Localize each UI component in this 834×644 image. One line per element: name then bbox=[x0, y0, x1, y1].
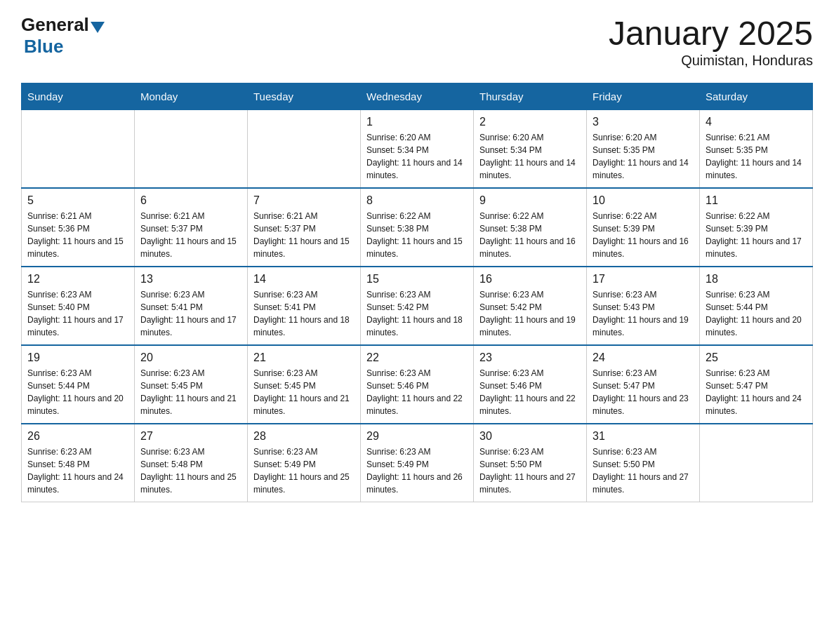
calendar-cell: 4Sunrise: 6:21 AM Sunset: 5:35 PM Daylig… bbox=[700, 110, 813, 189]
calendar-cell: 6Sunrise: 6:21 AM Sunset: 5:37 PM Daylig… bbox=[135, 188, 248, 267]
calendar-cell bbox=[248, 110, 361, 189]
day-number: 17 bbox=[593, 273, 694, 286]
day-number: 31 bbox=[593, 430, 694, 443]
day-info: Sunrise: 6:22 AM Sunset: 5:39 PM Dayligh… bbox=[706, 210, 807, 260]
day-header-saturday: Saturday bbox=[700, 83, 813, 110]
calendar-cell: 15Sunrise: 6:23 AM Sunset: 5:42 PM Dayli… bbox=[361, 267, 474, 345]
day-number: 25 bbox=[706, 351, 807, 364]
logo: General Blue bbox=[21, 14, 105, 58]
day-number: 23 bbox=[479, 351, 581, 364]
calendar-header: SundayMondayTuesdayWednesdayThursdayFrid… bbox=[22, 83, 813, 110]
day-info: Sunrise: 6:21 AM Sunset: 5:36 PM Dayligh… bbox=[27, 210, 128, 260]
day-info: Sunrise: 6:23 AM Sunset: 5:46 PM Dayligh… bbox=[366, 367, 468, 417]
calendar-cell: 31Sunrise: 6:23 AM Sunset: 5:50 PM Dayli… bbox=[587, 424, 700, 502]
day-number: 26 bbox=[27, 430, 128, 443]
day-number: 16 bbox=[479, 273, 581, 286]
day-number: 13 bbox=[140, 273, 241, 286]
day-info: Sunrise: 6:20 AM Sunset: 5:34 PM Dayligh… bbox=[479, 131, 581, 182]
calendar-cell bbox=[700, 424, 813, 502]
day-number: 12 bbox=[27, 273, 128, 286]
calendar-title: January 2025 bbox=[609, 14, 813, 53]
calendar-cell: 2Sunrise: 6:20 AM Sunset: 5:34 PM Daylig… bbox=[474, 110, 587, 189]
day-number: 8 bbox=[366, 194, 468, 207]
day-number: 19 bbox=[27, 351, 128, 364]
calendar-cell: 17Sunrise: 6:23 AM Sunset: 5:43 PM Dayli… bbox=[587, 267, 700, 345]
day-info: Sunrise: 6:23 AM Sunset: 5:50 PM Dayligh… bbox=[479, 445, 581, 496]
logo-triangle-icon bbox=[91, 22, 105, 33]
day-info: Sunrise: 6:23 AM Sunset: 5:49 PM Dayligh… bbox=[253, 445, 355, 496]
day-info: Sunrise: 6:23 AM Sunset: 5:40 PM Dayligh… bbox=[27, 288, 128, 339]
calendar-cell: 27Sunrise: 6:23 AM Sunset: 5:48 PM Dayli… bbox=[135, 424, 248, 502]
day-info: Sunrise: 6:23 AM Sunset: 5:41 PM Dayligh… bbox=[140, 288, 241, 339]
day-info: Sunrise: 6:23 AM Sunset: 5:44 PM Dayligh… bbox=[27, 367, 128, 417]
calendar-cell: 21Sunrise: 6:23 AM Sunset: 5:45 PM Dayli… bbox=[248, 345, 361, 424]
day-info: Sunrise: 6:23 AM Sunset: 5:46 PM Dayligh… bbox=[479, 367, 581, 417]
day-info: Sunrise: 6:23 AM Sunset: 5:48 PM Dayligh… bbox=[27, 445, 128, 496]
calendar-cell: 18Sunrise: 6:23 AM Sunset: 5:44 PM Dayli… bbox=[700, 267, 813, 345]
day-info: Sunrise: 6:23 AM Sunset: 5:42 PM Dayligh… bbox=[479, 288, 581, 339]
day-number: 27 bbox=[140, 430, 241, 443]
calendar-table: SundayMondayTuesdayWednesdayThursdayFrid… bbox=[21, 83, 813, 502]
day-number: 7 bbox=[253, 194, 355, 207]
calendar-cell bbox=[135, 110, 248, 189]
day-number: 1 bbox=[366, 116, 468, 128]
calendar-cell: 11Sunrise: 6:22 AM Sunset: 5:39 PM Dayli… bbox=[700, 188, 813, 267]
day-info: Sunrise: 6:21 AM Sunset: 5:35 PM Dayligh… bbox=[706, 131, 807, 182]
day-header-sunday: Sunday bbox=[22, 83, 135, 110]
day-info: Sunrise: 6:23 AM Sunset: 5:47 PM Dayligh… bbox=[706, 367, 807, 417]
day-number: 2 bbox=[479, 116, 581, 128]
calendar-cell: 24Sunrise: 6:23 AM Sunset: 5:47 PM Dayli… bbox=[587, 345, 700, 424]
day-number: 11 bbox=[706, 194, 807, 207]
calendar-cell: 13Sunrise: 6:23 AM Sunset: 5:41 PM Dayli… bbox=[135, 267, 248, 345]
day-info: Sunrise: 6:23 AM Sunset: 5:44 PM Dayligh… bbox=[706, 288, 807, 339]
day-header-wednesday: Wednesday bbox=[361, 83, 474, 110]
day-header-monday: Monday bbox=[135, 83, 248, 110]
calendar-cell: 10Sunrise: 6:22 AM Sunset: 5:39 PM Dayli… bbox=[587, 188, 700, 267]
calendar-cell: 25Sunrise: 6:23 AM Sunset: 5:47 PM Dayli… bbox=[700, 345, 813, 424]
calendar-week-row: 19Sunrise: 6:23 AM Sunset: 5:44 PM Dayli… bbox=[22, 345, 813, 424]
day-number: 29 bbox=[366, 430, 468, 443]
calendar-subtitle: Quimistan, Honduras bbox=[609, 53, 813, 69]
day-number: 15 bbox=[366, 273, 468, 286]
calendar-cell: 8Sunrise: 6:22 AM Sunset: 5:38 PM Daylig… bbox=[361, 188, 474, 267]
day-number: 3 bbox=[593, 116, 694, 128]
calendar-week-row: 26Sunrise: 6:23 AM Sunset: 5:48 PM Dayli… bbox=[22, 424, 813, 502]
days-header-row: SundayMondayTuesdayWednesdayThursdayFrid… bbox=[22, 83, 813, 110]
calendar-cell: 26Sunrise: 6:23 AM Sunset: 5:48 PM Dayli… bbox=[22, 424, 135, 502]
calendar-cell: 28Sunrise: 6:23 AM Sunset: 5:49 PM Dayli… bbox=[248, 424, 361, 502]
day-info: Sunrise: 6:23 AM Sunset: 5:42 PM Dayligh… bbox=[366, 288, 468, 339]
day-header-thursday: Thursday bbox=[474, 83, 587, 110]
calendar-week-row: 5Sunrise: 6:21 AM Sunset: 5:36 PM Daylig… bbox=[22, 188, 813, 267]
calendar-cell: 7Sunrise: 6:21 AM Sunset: 5:37 PM Daylig… bbox=[248, 188, 361, 267]
calendar-cell: 19Sunrise: 6:23 AM Sunset: 5:44 PM Dayli… bbox=[22, 345, 135, 424]
day-number: 14 bbox=[253, 273, 355, 286]
day-info: Sunrise: 6:23 AM Sunset: 5:41 PM Dayligh… bbox=[253, 288, 355, 339]
title-area: January 2025 Quimistan, Honduras bbox=[609, 14, 813, 69]
calendar-cell: 23Sunrise: 6:23 AM Sunset: 5:46 PM Dayli… bbox=[474, 345, 587, 424]
day-number: 24 bbox=[593, 351, 694, 364]
page-header: General Blue January 2025 Quimistan, Hon… bbox=[21, 14, 813, 69]
day-header-friday: Friday bbox=[587, 83, 700, 110]
day-info: Sunrise: 6:22 AM Sunset: 5:38 PM Dayligh… bbox=[479, 210, 581, 260]
day-info: Sunrise: 6:21 AM Sunset: 5:37 PM Dayligh… bbox=[140, 210, 241, 260]
calendar-cell: 5Sunrise: 6:21 AM Sunset: 5:36 PM Daylig… bbox=[22, 188, 135, 267]
day-info: Sunrise: 6:21 AM Sunset: 5:37 PM Dayligh… bbox=[253, 210, 355, 260]
day-info: Sunrise: 6:23 AM Sunset: 5:45 PM Dayligh… bbox=[253, 367, 355, 417]
day-info: Sunrise: 6:23 AM Sunset: 5:50 PM Dayligh… bbox=[593, 445, 694, 496]
day-number: 9 bbox=[479, 194, 581, 207]
calendar-cell: 1Sunrise: 6:20 AM Sunset: 5:34 PM Daylig… bbox=[361, 110, 474, 189]
day-number: 30 bbox=[479, 430, 581, 443]
logo-text-general: General bbox=[21, 14, 89, 36]
calendar-body: 1Sunrise: 6:20 AM Sunset: 5:34 PM Daylig… bbox=[22, 110, 813, 502]
day-number: 6 bbox=[140, 194, 241, 207]
calendar-cell bbox=[22, 110, 135, 189]
calendar-cell: 14Sunrise: 6:23 AM Sunset: 5:41 PM Dayli… bbox=[248, 267, 361, 345]
day-header-tuesday: Tuesday bbox=[248, 83, 361, 110]
day-info: Sunrise: 6:22 AM Sunset: 5:38 PM Dayligh… bbox=[366, 210, 468, 260]
calendar-cell: 12Sunrise: 6:23 AM Sunset: 5:40 PM Dayli… bbox=[22, 267, 135, 345]
day-info: Sunrise: 6:20 AM Sunset: 5:34 PM Dayligh… bbox=[366, 131, 468, 182]
day-info: Sunrise: 6:23 AM Sunset: 5:47 PM Dayligh… bbox=[593, 367, 694, 417]
day-number: 22 bbox=[366, 351, 468, 364]
calendar-week-row: 1Sunrise: 6:20 AM Sunset: 5:34 PM Daylig… bbox=[22, 110, 813, 189]
day-info: Sunrise: 6:23 AM Sunset: 5:45 PM Dayligh… bbox=[140, 367, 241, 417]
